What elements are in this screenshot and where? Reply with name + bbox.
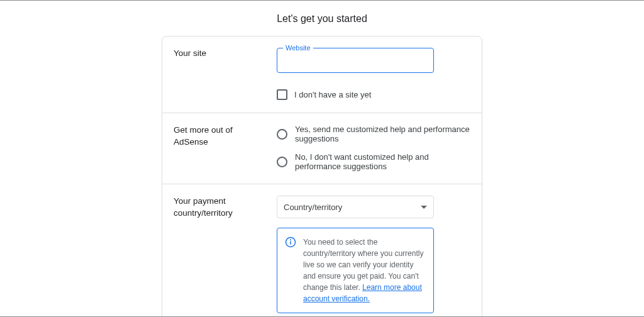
info-icon bbox=[285, 236, 296, 248]
country-section-label: Your payment country/territory bbox=[174, 196, 268, 313]
adsense-option-yes-row: Yes, send me customized help and perform… bbox=[277, 125, 470, 143]
site-section: Your site Website I don't have a site ye… bbox=[162, 36, 482, 113]
adsense-section-body: Yes, send me customized help and perform… bbox=[277, 125, 470, 171]
adsense-section: Get more out of AdSense Yes, send me cus… bbox=[162, 113, 482, 184]
no-site-checkbox[interactable] bbox=[277, 89, 287, 100]
website-field-label: Website bbox=[283, 44, 313, 52]
no-site-row: I don't have a site yet bbox=[277, 89, 470, 100]
site-section-label: Your site bbox=[174, 48, 268, 100]
site-section-body: Website I don't have a site yet bbox=[277, 48, 470, 100]
adsense-section-label: Get more out of AdSense bbox=[174, 125, 268, 171]
adsense-option-no-row: No, I don't want customized help and per… bbox=[277, 152, 470, 171]
country-info-box: You need to select the country/territory… bbox=[277, 228, 434, 313]
svg-point-2 bbox=[291, 240, 291, 240]
adsense-yes-label: Yes, send me customized help and perform… bbox=[295, 125, 470, 143]
chevron-down-icon bbox=[421, 206, 427, 209]
signup-card: Your site Website I don't have a site ye… bbox=[162, 36, 482, 317]
no-site-label: I don't have a site yet bbox=[294, 90, 371, 99]
adsense-radio-yes[interactable] bbox=[277, 129, 287, 140]
info-text-container: You need to select the country/territory… bbox=[303, 236, 426, 304]
country-placeholder: Country/territory bbox=[284, 203, 342, 212]
page-title: Let's get you started bbox=[0, 1, 644, 36]
website-input[interactable] bbox=[277, 48, 433, 72]
country-section-body: Country/territory You need to select the… bbox=[277, 196, 470, 313]
website-field-wrapper: Website bbox=[277, 48, 434, 73]
country-select[interactable]: Country/territory bbox=[277, 196, 434, 218]
country-section: Your payment country/territory Country/t… bbox=[162, 184, 482, 317]
adsense-no-label: No, I don't want customized help and per… bbox=[295, 152, 470, 171]
adsense-radio-no[interactable] bbox=[277, 157, 287, 167]
